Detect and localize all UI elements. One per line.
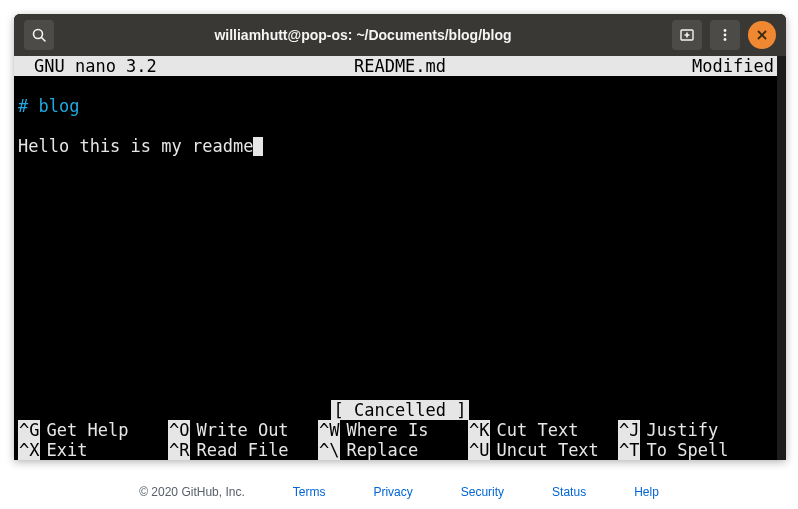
shortcut-key: ^U	[468, 440, 490, 460]
nano-editor[interactable]: GNU nano 3.2 README.md Modified # blog H…	[14, 56, 786, 460]
editor-line	[18, 76, 786, 96]
close-button[interactable]	[748, 21, 776, 49]
svg-point-7	[724, 38, 727, 41]
shortcut-key: ^G	[18, 420, 40, 440]
shortcut-label: Get Help	[46, 420, 128, 440]
nano-status-message: [ Cancelled ]	[331, 400, 468, 420]
shortcut-key: ^K	[468, 420, 490, 440]
shortcut-label: Read File	[196, 440, 288, 460]
new-tab-icon	[679, 27, 695, 43]
nano-content[interactable]: # blog Hello this is my readme	[14, 76, 786, 156]
shortcut-exit: ^X Exit	[18, 440, 168, 460]
nano-filename: README.md	[354, 56, 446, 76]
kebab-menu-icon	[717, 27, 733, 43]
footer-link-privacy[interactable]: Privacy	[373, 485, 412, 499]
shortcut-key: ^\	[318, 440, 340, 460]
footer-link-terms[interactable]: Terms	[293, 485, 326, 499]
shortcut-label: Where Is	[346, 420, 428, 440]
shortcut-key: ^W	[318, 420, 340, 440]
shortcut-justify: ^J Justify	[618, 420, 768, 440]
shortcut-row: ^G Get Help ^O Write Out ^W Where Is ^K …	[14, 420, 786, 440]
shortcut-cut-text: ^K Cut Text	[468, 420, 618, 440]
editor-line: # blog	[18, 96, 786, 116]
window-title: williamhutt@pop-os: ~/Documents/blog/blo…	[62, 27, 664, 43]
text-cursor	[253, 137, 263, 156]
footer-link-status[interactable]: Status	[552, 485, 586, 499]
shortcut-where-is: ^W Where Is	[318, 420, 468, 440]
shortcut-label: Cut Text	[496, 420, 578, 440]
shortcut-replace: ^\ Replace	[318, 440, 468, 460]
nano-shortcuts: ^G Get Help ^O Write Out ^W Where Is ^K …	[14, 420, 786, 460]
shortcut-to-spell: ^T To Spell	[618, 440, 768, 460]
svg-line-1	[42, 38, 46, 42]
shortcut-key: ^T	[618, 440, 640, 460]
editor-text: Hello this is my readme	[18, 136, 253, 156]
footer-link-security[interactable]: Security	[461, 485, 504, 499]
shortcut-key: ^X	[18, 440, 40, 460]
nano-header: GNU nano 3.2 README.md Modified	[14, 56, 786, 76]
markdown-heading: # blog	[18, 96, 79, 116]
nano-version: GNU nano 3.2	[34, 56, 157, 76]
svg-point-6	[724, 34, 727, 37]
search-button[interactable]	[24, 20, 54, 50]
footer-link-help[interactable]: Help	[634, 485, 659, 499]
shortcut-label: To Spell	[646, 440, 728, 460]
title-bar: williamhutt@pop-os: ~/Documents/blog/blo…	[14, 14, 786, 56]
shortcut-row: ^X Exit ^R Read File ^\ Replace ^U Uncut…	[14, 440, 786, 460]
nano-modified-status: Modified	[692, 56, 774, 76]
shortcut-key: ^R	[168, 440, 190, 460]
shortcut-label: Replace	[346, 440, 418, 460]
scrollbar[interactable]	[777, 56, 786, 460]
menu-button[interactable]	[710, 20, 740, 50]
shortcut-uncut-text: ^U Uncut Text	[468, 440, 618, 460]
shortcut-label: Uncut Text	[496, 440, 598, 460]
nano-status-bar: [ Cancelled ]	[14, 400, 786, 420]
close-icon	[756, 29, 768, 41]
shortcut-key: ^J	[618, 420, 640, 440]
terminal-window: williamhutt@pop-os: ~/Documents/blog/blo…	[14, 14, 786, 460]
editor-line	[18, 116, 786, 136]
shortcut-label: Write Out	[196, 420, 288, 440]
shortcut-write-out: ^O Write Out	[168, 420, 318, 440]
page-footer: © 2020 GitHub, Inc. Terms Privacy Securi…	[0, 485, 798, 499]
footer-copyright: © 2020 GitHub, Inc.	[139, 485, 245, 499]
editor-line: Hello this is my readme	[18, 136, 786, 156]
svg-point-5	[724, 29, 727, 32]
shortcut-key: ^O	[168, 420, 190, 440]
search-icon	[31, 27, 47, 43]
new-tab-button[interactable]	[672, 20, 702, 50]
shortcut-get-help: ^G Get Help	[18, 420, 168, 440]
shortcut-label: Exit	[46, 440, 87, 460]
shortcut-read-file: ^R Read File	[168, 440, 318, 460]
shortcut-label: Justify	[646, 420, 718, 440]
